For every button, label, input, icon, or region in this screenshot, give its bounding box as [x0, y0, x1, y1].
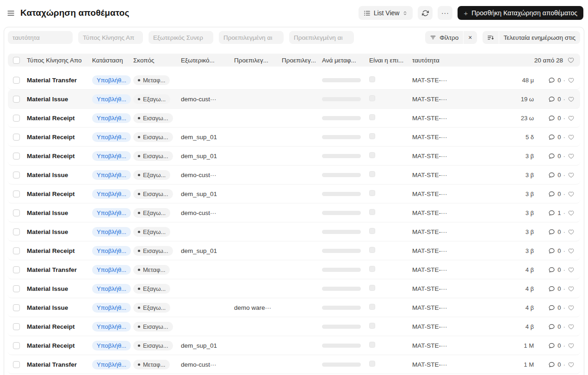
- entry-type-link[interactable]: Material Issue: [27, 172, 92, 178]
- sort-direction-button[interactable]: [483, 31, 499, 44]
- heart-icon[interactable]: [568, 228, 575, 235]
- clear-filter-button[interactable]: ×: [464, 31, 477, 44]
- document-id[interactable]: MAT-STE-···: [412, 134, 510, 141]
- heart-icon[interactable]: [568, 304, 575, 311]
- comment-bubble-icon[interactable]: [548, 285, 555, 292]
- heart-icon[interactable]: [568, 77, 575, 84]
- entry-type-link[interactable]: Material Issue: [27, 209, 92, 216]
- entry-type-link[interactable]: Material Issue: [27, 304, 92, 311]
- table-row[interactable]: Material Receipt Υποβλήθ... Εισαγω... de…: [8, 147, 580, 166]
- comment-count[interactable]: 0: [557, 304, 561, 311]
- row-checkbox[interactable]: [13, 285, 20, 292]
- entry-type-link[interactable]: Material Receipt: [27, 247, 92, 254]
- table-row[interactable]: Material Receipt Υποβλήθ... Εισαγω... de…: [8, 336, 580, 355]
- table-row[interactable]: Material Issue Υποβλήθ... Εξαγω... demo …: [8, 298, 580, 317]
- col-header-id[interactable]: ταυτότητα: [412, 57, 439, 64]
- comment-bubble-icon[interactable]: [548, 134, 555, 141]
- heart-icon[interactable]: [568, 323, 575, 330]
- col-header-is-return[interactable]: Είναι η επι...: [369, 57, 412, 64]
- comment-count[interactable]: 0: [557, 323, 561, 330]
- comment-count[interactable]: 0: [557, 361, 561, 368]
- comment-count[interactable]: 0: [557, 228, 561, 235]
- entry-type-link[interactable]: Material Transfer: [27, 361, 92, 368]
- document-id[interactable]: MAT-STE-···: [412, 342, 510, 349]
- comment-bubble-icon[interactable]: [548, 77, 555, 84]
- filter-default-source-input[interactable]: [219, 31, 284, 44]
- comment-count[interactable]: 0: [557, 172, 561, 178]
- comment-count[interactable]: 0: [557, 191, 561, 197]
- document-id[interactable]: MAT-STE-···: [412, 323, 510, 330]
- row-checkbox[interactable]: [13, 323, 20, 330]
- filter-external-party-input[interactable]: [149, 31, 213, 44]
- row-checkbox[interactable]: [13, 96, 20, 103]
- row-checkbox[interactable]: [13, 191, 20, 197]
- comment-count[interactable]: 0: [557, 77, 561, 84]
- comment-count[interactable]: 0: [557, 153, 561, 160]
- heart-icon[interactable]: [568, 115, 575, 122]
- entry-type-link[interactable]: Material Issue: [27, 96, 92, 103]
- comment-bubble-icon[interactable]: [548, 209, 555, 216]
- refresh-button[interactable]: [418, 6, 433, 20]
- table-row[interactable]: Material Receipt Υποβλήθ... Εισαγω... de…: [8, 128, 580, 147]
- row-checkbox[interactable]: [13, 134, 20, 141]
- document-id[interactable]: MAT-STE-···: [412, 361, 510, 368]
- comment-count[interactable]: 0: [557, 247, 561, 254]
- filter-button[interactable]: Φίλτρο: [425, 31, 463, 44]
- row-checkbox[interactable]: [13, 172, 20, 178]
- table-row[interactable]: Material Receipt Υποβλήθ... Εισαγω... MA…: [8, 317, 580, 336]
- col-header-external[interactable]: Εξωτερικό...: [181, 57, 234, 64]
- document-id[interactable]: MAT-STE-···: [412, 285, 510, 292]
- row-checkbox[interactable]: [13, 361, 20, 368]
- document-id[interactable]: MAT-STE-···: [412, 96, 510, 103]
- more-options-button[interactable]: ···: [438, 6, 452, 20]
- table-row[interactable]: Material Transfer Υποβλήθ... Μεταφ... MA…: [8, 71, 580, 90]
- entry-type-link[interactable]: Material Receipt: [27, 134, 92, 141]
- document-id[interactable]: MAT-STE-···: [412, 115, 510, 122]
- comment-count[interactable]: 0: [557, 266, 561, 273]
- heart-icon[interactable]: [568, 96, 575, 103]
- heart-icon[interactable]: [568, 209, 575, 216]
- comment-count[interactable]: 1: [557, 209, 561, 216]
- row-checkbox[interactable]: [13, 228, 20, 235]
- row-checkbox[interactable]: [13, 77, 20, 84]
- comment-count[interactable]: 0: [557, 96, 561, 103]
- table-row[interactable]: Material Issue Υποβλήθ... Εξαγω... MAT-S…: [8, 222, 580, 241]
- comment-bubble-icon[interactable]: [548, 153, 555, 160]
- comment-bubble-icon[interactable]: [548, 191, 555, 197]
- comment-count[interactable]: 0: [557, 115, 561, 122]
- table-row[interactable]: Material Receipt Υποβλήθ... Εισαγω... de…: [8, 241, 580, 260]
- document-id[interactable]: MAT-STE-···: [412, 209, 510, 216]
- row-checkbox[interactable]: [13, 266, 20, 273]
- col-header-status[interactable]: Κατάσταση: [92, 57, 133, 64]
- entry-type-link[interactable]: Material Transfer: [27, 77, 92, 84]
- document-id[interactable]: MAT-STE-···: [412, 247, 510, 254]
- sort-field-button[interactable]: Τελευταία ενημέρωση στις: [499, 31, 581, 44]
- table-row[interactable]: Material Issue Υποβλήθ... Εξαγω... demo-…: [8, 203, 580, 222]
- entry-type-link[interactable]: Material Transfer: [27, 266, 92, 273]
- comment-bubble-icon[interactable]: [548, 247, 555, 254]
- liked-filter-heart-icon[interactable]: [567, 56, 575, 64]
- table-row[interactable]: Material Receipt Υποβλήθ... Εισαγω... de…: [8, 184, 580, 203]
- table-row[interactable]: Material Transfer Υποβλήθ... Μεταφ... de…: [8, 355, 580, 374]
- filter-id-input[interactable]: [8, 31, 73, 44]
- col-header-default-target[interactable]: Προεπιλεγ...: [282, 57, 322, 64]
- table-row[interactable]: Material Issue Υποβλήθ... Εξαγω... MAT-S…: [8, 279, 580, 298]
- filter-entry-type-input[interactable]: [78, 31, 143, 44]
- row-checkbox[interactable]: [13, 247, 20, 254]
- comment-bubble-icon[interactable]: [548, 304, 555, 311]
- comment-bubble-icon[interactable]: [548, 323, 555, 330]
- col-header-default-source[interactable]: Προεπιλεγ...: [234, 57, 282, 64]
- document-id[interactable]: MAT-STE-···: [412, 77, 510, 84]
- comment-bubble-icon[interactable]: [548, 172, 555, 178]
- document-id[interactable]: MAT-STE-···: [412, 304, 510, 311]
- col-header-purpose[interactable]: Σκοπός: [133, 57, 181, 64]
- comment-bubble-icon[interactable]: [548, 96, 555, 103]
- heart-icon[interactable]: [568, 266, 575, 273]
- comment-bubble-icon[interactable]: [548, 342, 555, 349]
- entry-type-link[interactable]: Material Receipt: [27, 323, 92, 330]
- entry-type-link[interactable]: Material Issue: [27, 228, 92, 235]
- entry-type-link[interactable]: Material Receipt: [27, 342, 92, 349]
- row-checkbox[interactable]: [13, 115, 20, 122]
- comment-count[interactable]: 0: [557, 285, 561, 292]
- entry-type-link[interactable]: Material Issue: [27, 285, 92, 292]
